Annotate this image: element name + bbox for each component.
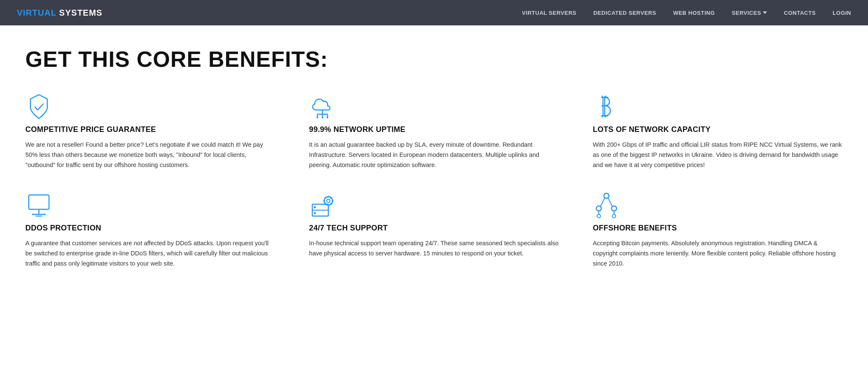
benefit-title-offshore: OFFSHORE BENEFITS <box>593 224 843 233</box>
svg-point-7 <box>327 117 328 118</box>
benefit-title-network-capacity: LOTS OF NETWORK CAPACITY <box>593 125 843 134</box>
nav-item-login[interactable]: LOGIN <box>833 9 851 16</box>
benefit-tech-support: 24/7 TECH SUPPORT In-house technical sup… <box>309 192 559 269</box>
benefit-ddos-protection: DDOS PROTECTION A guarantee that custome… <box>25 192 275 269</box>
server-gear-icon <box>309 192 336 219</box>
svg-point-26 <box>314 212 316 214</box>
benefit-network-uptime: 99.9% NETWORK UPTIME It is an actual gua… <box>309 93 559 170</box>
nav-item-virtual-servers[interactable]: VIRTUAL SERVERS <box>522 9 576 16</box>
nav-link-dedicated-servers[interactable]: DEDICATED SERVERS <box>593 10 656 16</box>
nodes-icon <box>593 192 620 219</box>
monitor-icon <box>25 192 52 219</box>
logo[interactable]: VIRTUAL SYSTEMS <box>17 8 102 18</box>
benefit-desc-offshore: Accepting Bitcoin payments. Absolutely a… <box>593 238 843 269</box>
nav-link-services[interactable]: SERVICES <box>732 10 767 16</box>
svg-point-20 <box>32 214 34 215</box>
svg-point-21 <box>44 214 46 215</box>
svg-line-41 <box>608 198 612 206</box>
svg-line-40 <box>601 198 605 206</box>
svg-point-25 <box>314 206 316 208</box>
svg-point-6 <box>322 117 323 118</box>
benefit-desc-tech-support: In-house technical support team operatin… <box>309 238 559 259</box>
shield-check-icon <box>25 93 52 120</box>
logo-systems: SYSTEMS <box>56 8 102 17</box>
benefits-grid: COMPETITIVE PRICE GUARANTEE We are not a… <box>25 93 843 269</box>
chevron-down-icon <box>763 11 767 14</box>
nav-item-contacts[interactable]: CONTACTS <box>784 9 816 16</box>
benefit-desc-network-capacity: With 200+ Gbps of IP traffic and officia… <box>593 140 843 170</box>
nav-item-dedicated-servers[interactable]: DEDICATED SERVERS <box>593 9 656 16</box>
benefit-desc-price-guarantee: We are not a reseller! Found a better pr… <box>25 140 275 170</box>
page-title: GET THIS CORE BENEFITS: <box>25 47 843 72</box>
logo-virtual: VIRTUAL <box>17 8 56 17</box>
benefit-network-capacity: LOTS OF NETWORK CAPACITY With 200+ Gbps … <box>593 93 843 170</box>
nav-link-virtual-servers[interactable]: VIRTUAL SERVERS <box>522 10 576 16</box>
svg-point-37 <box>604 193 609 198</box>
navigation: VIRTUAL SYSTEMS VIRTUAL SERVERS DEDICATE… <box>0 0 868 25</box>
svg-point-28 <box>327 199 330 203</box>
nav-link-login[interactable]: LOGIN <box>833 10 851 16</box>
main-content: GET THIS CORE BENEFITS: COMPETITIVE PRIC… <box>0 25 868 294</box>
svg-point-38 <box>596 206 601 211</box>
svg-point-5 <box>317 117 318 118</box>
svg-point-43 <box>612 214 616 218</box>
svg-point-42 <box>597 214 601 218</box>
cloud-network-icon <box>309 93 336 120</box>
benefit-desc-ddos-protection: A guarantee that customer services are n… <box>25 238 275 269</box>
benefit-title-network-uptime: 99.9% NETWORK UPTIME <box>309 125 559 134</box>
benefit-title-tech-support: 24/7 TECH SUPPORT <box>309 224 559 233</box>
benefit-title-price-guarantee: COMPETITIVE PRICE GUARANTEE <box>25 125 275 134</box>
nav-item-services[interactable]: SERVICES <box>732 10 767 16</box>
nav-link-web-hosting[interactable]: WEB HOSTING <box>673 10 715 16</box>
nav-item-web-hosting[interactable]: WEB HOSTING <box>673 9 715 16</box>
svg-point-39 <box>611 206 617 211</box>
nav-links: VIRTUAL SERVERS DEDICATED SERVERS WEB HO… <box>522 9 851 16</box>
benefit-price-guarantee: COMPETITIVE PRICE GUARANTEE We are not a… <box>25 93 275 170</box>
svg-rect-17 <box>29 195 49 209</box>
benefit-title-ddos-protection: DDOS PROTECTION <box>25 224 275 233</box>
benefit-offshore: OFFSHORE BENEFITS Accepting Bitcoin paym… <box>593 192 843 269</box>
benefit-desc-network-uptime: It is an actual guarantee backed up by S… <box>309 140 559 170</box>
nav-link-contacts[interactable]: CONTACTS <box>784 10 816 16</box>
bitcoin-icon <box>593 93 620 120</box>
